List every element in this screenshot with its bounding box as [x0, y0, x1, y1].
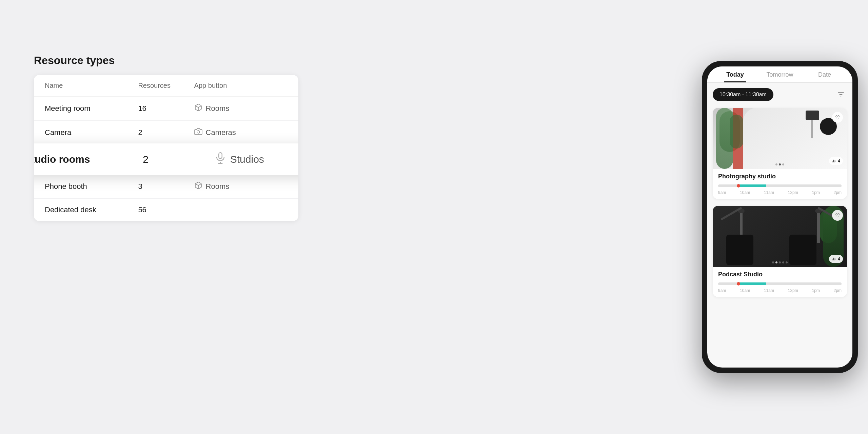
row-count: 56 [138, 205, 194, 214]
time-label: 11am [764, 190, 774, 195]
time-filter-row: 10:30am - 11:30am [713, 88, 847, 101]
time-label: 12pm [788, 288, 798, 293]
image-dots [772, 261, 788, 263]
row-name: Dedicated desk [45, 205, 138, 214]
table-row[interactable]: Meeting room 16 Rooms [34, 97, 298, 121]
row-button: Rooms [194, 103, 288, 114]
filter-icon[interactable] [835, 88, 847, 101]
podcast-studio-card[interactable]: ♡ 4 [713, 206, 847, 297]
time-label: 1pm [812, 190, 820, 195]
time-label: 10am [740, 288, 750, 293]
table-header: Name Resources App button [34, 75, 298, 97]
card-title: Podcast Studio [718, 271, 842, 278]
row-button: Rooms [194, 181, 288, 192]
svg-point-1 [197, 131, 200, 133]
timeline [718, 281, 842, 286]
people-badge: 4 [829, 255, 843, 263]
svg-point-12 [834, 258, 835, 259]
studio-photo [713, 108, 847, 169]
row-button: Studios [214, 152, 298, 167]
people-count: 4 [838, 256, 840, 261]
card-title: Photography studio [718, 173, 842, 180]
row-name: Phone booth [45, 182, 138, 191]
phone-tabs: Today Tomorrow Date [707, 66, 852, 83]
row-count: 2 [138, 128, 194, 137]
card-image-podcast: ♡ 4 [713, 206, 847, 267]
time-labels: 9am 10am 11am 12pm 1pm 2pm [718, 190, 842, 195]
heart-icon[interactable]: ♡ [832, 112, 843, 123]
phone-content: 10:30am - 11:30am [707, 83, 852, 368]
svg-point-11 [833, 257, 834, 259]
table-row-highlighted[interactable]: Studio rooms 2 Studios [34, 143, 298, 175]
row-count: 2 [143, 154, 214, 165]
resource-table: Name Resources App button Meeting room 1… [34, 75, 298, 221]
card-image-photography: ♡ 4 [713, 108, 847, 169]
box-icon [194, 181, 202, 192]
table-row[interactable]: Dedicated desk 56 [34, 199, 298, 221]
tl-segment-available [739, 184, 766, 187]
people-count: 4 [838, 158, 840, 163]
studio-rooms-highlight-wrapper: Studio rooms 2 Studios [34, 145, 298, 175]
time-label: 1pm [812, 288, 820, 293]
phone-device: Today Tomorrow Date 10:30am - 11:30am [702, 61, 858, 373]
people-badge: 4 [829, 157, 843, 165]
resource-types-panel: Resource types Name Resources App button… [34, 54, 298, 221]
timeline [718, 183, 842, 188]
time-label: 2pm [834, 288, 842, 293]
tab-date[interactable]: Date [802, 66, 847, 82]
row-count: 3 [138, 182, 194, 191]
phone-screen: Today Tomorrow Date 10:30am - 11:30am [707, 66, 852, 368]
tl-segment-available [739, 282, 766, 285]
svg-rect-2 [219, 153, 222, 158]
row-button-label: Rooms [206, 182, 230, 191]
row-name: Meeting room [45, 104, 138, 113]
tab-today[interactable]: Today [713, 66, 757, 82]
time-labels: 9am 10am 11am 12pm 1pm 2pm [718, 288, 842, 293]
row-name: Camera [45, 128, 138, 137]
timeline-container: 9am 10am 11am 12pm 1pm 2pm [718, 183, 842, 195]
tl-segment-before [718, 282, 737, 285]
timeline-container: 9am 10am 11am 12pm 1pm 2pm [718, 281, 842, 293]
col-header-appbutton: App button [194, 82, 288, 90]
tab-tomorrow[interactable]: Tomorrow [757, 66, 802, 82]
time-label: 9am [718, 190, 726, 195]
podcast-photo [713, 206, 847, 267]
row-button: Cameras [194, 127, 288, 138]
heart-icon[interactable]: ♡ [832, 210, 843, 221]
row-name: Studio rooms [34, 154, 143, 165]
mic-icon [214, 152, 227, 167]
tl-segment-after [766, 184, 842, 187]
row-button-label: Rooms [206, 104, 230, 113]
row-button-label: Cameras [206, 128, 236, 137]
box-icon [194, 103, 202, 114]
section-title: Resource types [34, 54, 298, 67]
time-label: 10am [740, 190, 750, 195]
photography-studio-card[interactable]: ♡ 4 Photography studio [713, 108, 847, 199]
col-header-resources: Resources [138, 82, 194, 90]
table-row[interactable]: Camera 2 Cameras [34, 121, 298, 145]
table-row[interactable]: Phone booth 3 Rooms [34, 175, 298, 199]
time-badge[interactable]: 10:30am - 11:30am [713, 88, 773, 101]
svg-point-10 [834, 160, 835, 161]
row-button-label: Studios [230, 154, 264, 165]
camera-icon [194, 127, 202, 138]
time-label: 2pm [834, 190, 842, 195]
time-label: 12pm [788, 190, 798, 195]
time-label: 9am [718, 288, 726, 293]
card-info: Podcast Studio 9am 10am [713, 267, 847, 297]
image-dots [775, 163, 784, 165]
row-count: 16 [138, 104, 194, 113]
time-label: 11am [764, 288, 774, 293]
phone-mockup-wrapper: Today Tomorrow Date 10:30am - 11:30am [692, 0, 868, 434]
col-header-name: Name [45, 82, 138, 90]
tl-segment-after [766, 282, 842, 285]
card-info: Photography studio 9am [713, 169, 847, 199]
tl-segment-before [718, 184, 737, 187]
svg-point-9 [833, 159, 834, 161]
